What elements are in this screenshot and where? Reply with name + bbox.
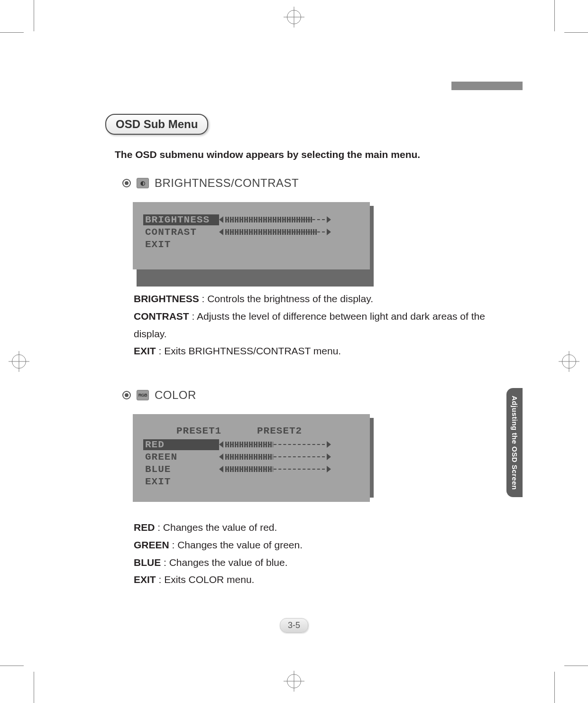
description-term: GREEN xyxy=(134,539,169,550)
osd-row: EXIT xyxy=(143,475,359,488)
color-descriptions: RED : Changes the value of red.GREEN : C… xyxy=(134,519,513,589)
crop-mark xyxy=(554,672,555,703)
description-text: : Changes the value of red. xyxy=(155,522,277,533)
arrow-right-icon xyxy=(327,216,331,223)
osd-color-panel: PRESET1PRESET2REDGREENBLUEEXIT xyxy=(133,414,513,502)
header-accent-bar xyxy=(451,82,523,90)
osd-row: BLUE xyxy=(143,463,359,475)
osd-slider xyxy=(225,229,325,235)
osd-panel: PRESET1PRESET2REDGREENBLUEEXIT xyxy=(133,414,370,502)
crop-mark xyxy=(34,0,34,31)
brightness-icon: ◐ xyxy=(137,178,149,188)
arrow-right-icon xyxy=(327,441,331,448)
arrow-left-icon xyxy=(219,466,223,472)
osd-row-label: RED xyxy=(143,439,219,450)
bullet-icon xyxy=(122,179,131,187)
section-title: COLOR xyxy=(155,388,196,402)
osd-row-label: EXIT xyxy=(143,239,219,250)
arrow-left-icon xyxy=(219,229,223,235)
registration-mark-icon xyxy=(284,7,304,28)
manual-page: Adjusting the OSD Screen OSD Sub Menu Th… xyxy=(0,0,588,703)
brightness-descriptions: BRIGHTNESS : Controls the brightness of … xyxy=(134,290,513,360)
osd-row: CONTRAST xyxy=(143,226,359,238)
osd-slider xyxy=(225,217,325,222)
description-text: : Exits BRIGHTNESS/CONTRAST menu. xyxy=(156,345,341,356)
arrow-left-icon xyxy=(219,216,223,223)
description-text: : Controls the brightness of the display… xyxy=(199,293,373,304)
preset-label: PRESET2 xyxy=(257,426,302,436)
description-term: RED xyxy=(134,522,155,533)
description-line: BLUE : Changes the value of blue. xyxy=(134,554,513,572)
arrow-left-icon xyxy=(219,453,223,460)
registration-mark-icon xyxy=(559,351,579,372)
crop-mark xyxy=(554,0,555,31)
osd-row-label: BRIGHTNESS xyxy=(143,214,219,225)
arrow-left-icon xyxy=(219,441,223,448)
preset-label: PRESET1 xyxy=(176,426,257,436)
rgb-icon: RGB xyxy=(137,390,149,400)
description-text: : Changes the value of green. xyxy=(169,539,303,550)
crop-mark xyxy=(564,32,588,33)
crop-mark xyxy=(564,666,588,666)
osd-brightness-panel: BRIGHTNESSCONTRASTEXIT xyxy=(133,202,513,269)
description-line: RED : Changes the value of red. xyxy=(134,519,513,536)
osd-row: EXIT xyxy=(143,238,359,250)
description-term: EXIT xyxy=(134,345,156,356)
description-line: EXIT : Exits COLOR menu. xyxy=(134,571,513,589)
osd-row: RED xyxy=(143,438,359,451)
page-number: 3-5 xyxy=(280,618,308,633)
crop-mark xyxy=(0,666,24,666)
osd-row-label: BLUE xyxy=(143,464,219,475)
intro-text: The OSD submenu window appears by select… xyxy=(115,149,513,160)
section-header-color: RGB COLOR xyxy=(122,388,513,402)
arrow-right-icon xyxy=(327,453,331,460)
description-term: BLUE xyxy=(134,557,161,568)
submenu-heading-text: OSD Sub Menu xyxy=(116,118,198,130)
crop-mark xyxy=(34,672,34,703)
registration-mark-icon xyxy=(9,351,29,372)
arrow-right-icon xyxy=(327,466,331,472)
osd-slider xyxy=(225,454,325,460)
osd-row: GREEN xyxy=(143,451,359,463)
description-line: GREEN : Changes the value of green. xyxy=(134,536,513,554)
section-title: BRIGHTNESS/CONTRAST xyxy=(155,176,299,190)
description-term: CONTRAST xyxy=(134,311,189,322)
description-line: CONTRAST : Adjusts the level of differen… xyxy=(134,308,513,343)
description-term: EXIT xyxy=(134,574,156,585)
arrow-right-icon xyxy=(327,229,331,235)
description-line: BRIGHTNESS : Controls the brightness of … xyxy=(134,290,513,308)
description-line: EXIT : Exits BRIGHTNESS/CONTRAST menu. xyxy=(134,342,513,360)
description-text: : Changes the value of blue. xyxy=(161,557,287,568)
osd-slider xyxy=(225,466,325,472)
osd-row: BRIGHTNESS xyxy=(143,213,359,226)
osd-row-label: EXIT xyxy=(143,476,219,487)
description-text: : Exits COLOR menu. xyxy=(156,574,255,585)
osd-row-label: CONTRAST xyxy=(143,227,219,238)
osd-row-label: GREEN xyxy=(143,452,219,462)
osd-slider xyxy=(225,442,325,447)
section-header-brightness: ◐ BRIGHTNESS/CONTRAST xyxy=(122,176,513,190)
osd-panel: BRIGHTNESSCONTRASTEXIT xyxy=(133,202,370,269)
content-area: OSD Sub Menu The OSD submenu window appe… xyxy=(105,114,513,589)
description-term: BRIGHTNESS xyxy=(134,293,199,304)
bullet-icon xyxy=(122,391,131,399)
submenu-heading: OSD Sub Menu xyxy=(105,114,208,135)
registration-mark-icon xyxy=(284,671,304,692)
preset-row: PRESET1PRESET2 xyxy=(143,426,359,436)
crop-mark xyxy=(0,32,24,33)
page-number-text: 3-5 xyxy=(288,620,300,630)
